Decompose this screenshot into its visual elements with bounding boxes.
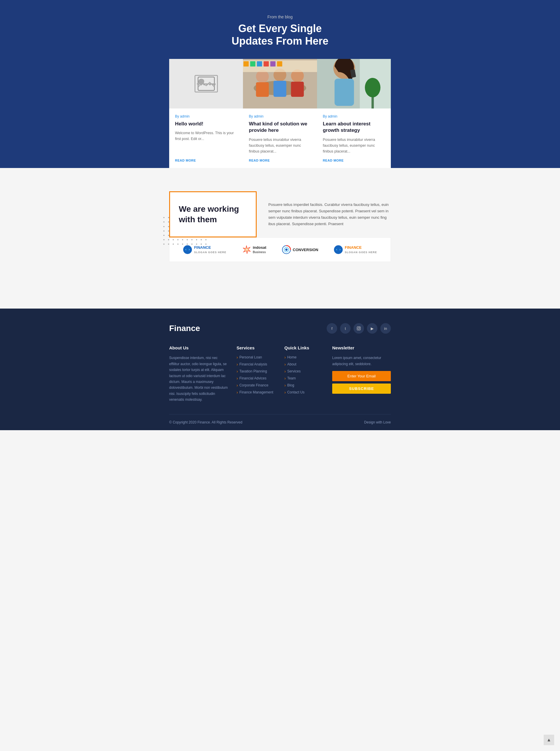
blog-card-2-readmore[interactable]: READ MORE bbox=[249, 159, 311, 162]
link-contact[interactable]: Contact Us bbox=[284, 390, 323, 394]
footer-quick-links: Quick Links Home About Services Team Blo… bbox=[284, 345, 323, 403]
partner-4: FINANCE SLOGAN GOES HERE bbox=[334, 245, 377, 254]
link-home[interactable]: Home bbox=[284, 355, 323, 360]
partner-4-slogan: SLOGAN GOES HERE bbox=[345, 251, 377, 254]
working-left: We are working with them // dots will be… bbox=[169, 191, 257, 238]
svg-rect-13 bbox=[257, 61, 262, 66]
blog-cards: By admin Hello world! Welcome to WordPre… bbox=[169, 59, 391, 168]
svg-point-20 bbox=[365, 78, 380, 97]
service-finance-management[interactable]: Finance Management bbox=[237, 390, 276, 394]
newsletter-email-input[interactable] bbox=[332, 371, 391, 381]
svg-rect-0 bbox=[198, 77, 214, 90]
blog-card-3-author: By admin bbox=[323, 114, 385, 118]
subscribe-button[interactable]: SUBSCRIBE bbox=[332, 384, 391, 394]
footer-about: About Us Suspendisse interdum, nisi nec … bbox=[169, 345, 228, 403]
footer-services-list: Personal Loan Financial Analysis Taxatio… bbox=[237, 355, 276, 394]
svg-rect-9 bbox=[291, 82, 304, 97]
footer-quicklinks-heading: Quick Links bbox=[284, 345, 323, 350]
footer: Finance f t ▶ in About Us Suspendisse in… bbox=[0, 308, 560, 430]
footer-services-heading: Services bbox=[237, 345, 276, 350]
footer-newsletter: Newsletter Lorem ipsum amet, consectetur… bbox=[332, 345, 391, 403]
svg-point-25 bbox=[186, 248, 189, 251]
dot bbox=[173, 239, 174, 240]
blog-card-2-title: What kind of solution we provide here bbox=[249, 121, 311, 134]
service-taxation[interactable]: Taxation Planning bbox=[237, 369, 276, 373]
link-team[interactable]: Team bbox=[284, 376, 323, 381]
social-facebook[interactable]: f bbox=[327, 323, 337, 334]
svg-rect-11 bbox=[243, 61, 249, 66]
social-youtube[interactable]: ▶ bbox=[367, 323, 377, 334]
working-box: We are working with them bbox=[169, 191, 257, 238]
svg-rect-33 bbox=[357, 327, 360, 330]
blog-card-2-author: By admin bbox=[249, 114, 311, 118]
dot bbox=[163, 230, 164, 231]
blog-card-1-author: By admin bbox=[175, 114, 237, 118]
partner-2-name: indosat bbox=[253, 245, 266, 250]
blog-card-3-title: Learn about interest growth strategy bbox=[323, 121, 385, 134]
social-linkedin[interactable]: in bbox=[380, 323, 391, 334]
dot bbox=[182, 239, 183, 240]
footer-newsletter-text: Lorem ipsum amet, consectetur adipiscing… bbox=[332, 355, 391, 367]
svg-point-30 bbox=[285, 248, 287, 251]
service-financial-advices[interactable]: Financial Advices bbox=[237, 376, 276, 381]
footer-logo: Finance bbox=[169, 324, 200, 333]
dot bbox=[177, 239, 179, 240]
blog-card-1-text: Welcome to WordPress. This is your first… bbox=[175, 130, 237, 154]
blog-card-1-image bbox=[169, 59, 243, 108]
dot bbox=[187, 244, 188, 245]
svg-rect-14 bbox=[264, 61, 269, 66]
working-description: Posuere tellus imperdiet facilisis. Cura… bbox=[268, 202, 391, 227]
working-right: Posuere tellus imperdiet facilisis. Cura… bbox=[268, 202, 391, 227]
blog-card-3-readmore[interactable]: READ MORE bbox=[323, 159, 385, 162]
footer-top: Finance f t ▶ in bbox=[169, 323, 391, 334]
blog-card-1: By admin Hello world! Welcome to WordPre… bbox=[169, 59, 243, 168]
dot bbox=[177, 244, 179, 245]
dot bbox=[163, 221, 164, 223]
svg-rect-16 bbox=[277, 61, 282, 66]
footer-copyright: © Copyright 2020 Finance. All Rights Res… bbox=[169, 420, 242, 424]
placeholder-icon bbox=[195, 75, 218, 93]
dot bbox=[196, 244, 197, 245]
dot bbox=[163, 217, 164, 218]
dot bbox=[168, 239, 169, 240]
service-corporate-finance[interactable]: Corporate Finance bbox=[237, 383, 276, 388]
working-heading: We are working with them bbox=[179, 204, 247, 225]
footer-bottom: © Copyright 2020 Finance. All Rights Res… bbox=[169, 420, 391, 424]
link-services[interactable]: Services bbox=[284, 369, 323, 373]
social-twitter[interactable]: t bbox=[340, 323, 351, 334]
blog-card-2-image bbox=[243, 59, 317, 108]
partner-3: CONVERSION bbox=[282, 245, 318, 254]
svg-rect-5 bbox=[256, 82, 269, 97]
blog-section: From the blog Get Every Single Updates F… bbox=[0, 0, 560, 168]
footer-quicklinks-list: Home About Services Team Blog Contact Us bbox=[284, 355, 323, 394]
social-instagram[interactable] bbox=[354, 323, 364, 334]
footer-design: Design with Love bbox=[364, 420, 391, 424]
service-personal-loan[interactable]: Personal Loan bbox=[237, 355, 276, 360]
link-blog[interactable]: Blog bbox=[284, 383, 323, 388]
blog-card-2: By admin What kind of solution we provid… bbox=[243, 59, 317, 168]
partner-1: FINANCE SLOGAN GOES HERE bbox=[183, 245, 226, 254]
partner-3-name: CONVERSION bbox=[293, 248, 318, 252]
blog-card-3-text: Posuere tellus imurabitur viverra faucib… bbox=[323, 137, 385, 154]
working-inner: We are working with them // dots will be… bbox=[169, 191, 391, 238]
blog-label: From the blog bbox=[0, 15, 560, 19]
link-about[interactable]: About bbox=[284, 362, 323, 367]
dot bbox=[196, 239, 197, 240]
dot bbox=[163, 226, 164, 227]
dot bbox=[163, 244, 164, 245]
svg-point-34 bbox=[358, 327, 360, 329]
footer-columns: About Us Suspendisse interdum, nisi nec … bbox=[169, 345, 391, 414]
partner-4-name: FINANCE bbox=[345, 245, 362, 250]
blog-card-2-text: Posuere tellus imurabitur viverra faucib… bbox=[249, 137, 311, 154]
dot bbox=[201, 239, 202, 240]
svg-point-35 bbox=[359, 327, 360, 328]
blog-card-1-title: Hello world! bbox=[175, 121, 237, 127]
footer-newsletter-heading: Newsletter bbox=[332, 345, 391, 350]
blog-card-2-body: By admin What kind of solution we provid… bbox=[243, 108, 317, 168]
blog-card-3: By admin Learn about interest growth str… bbox=[317, 59, 391, 168]
partner-2: indosat Business bbox=[242, 245, 266, 254]
service-financial-analysis[interactable]: Financial Analysis bbox=[237, 362, 276, 367]
dot bbox=[187, 239, 188, 240]
blog-card-1-readmore[interactable]: READ MORE bbox=[175, 159, 237, 162]
svg-rect-7 bbox=[274, 81, 286, 97]
